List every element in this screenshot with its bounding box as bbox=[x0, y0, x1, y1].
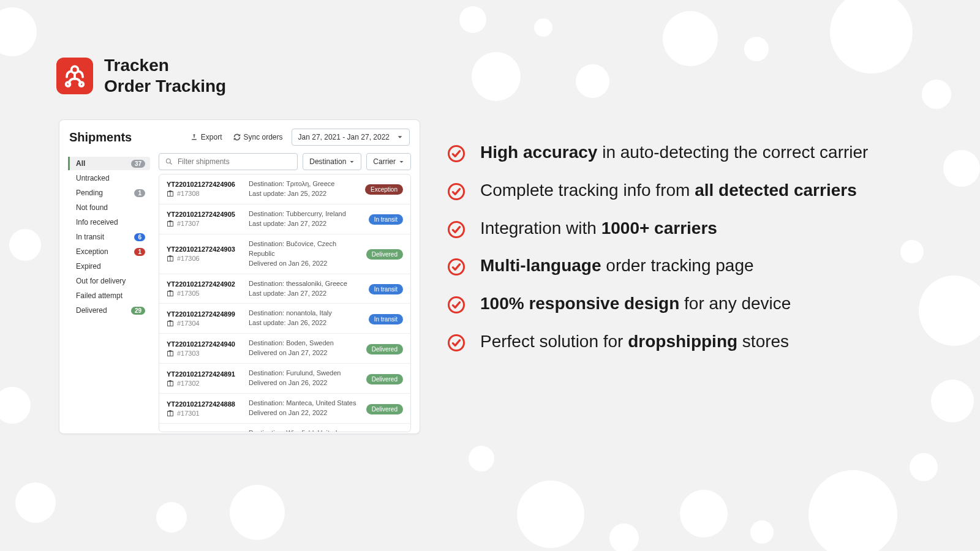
status-badge: Delivered bbox=[366, 374, 403, 384]
sync-icon bbox=[233, 133, 241, 141]
package-icon bbox=[167, 190, 174, 197]
sidebar-item-not-found[interactable]: Not found bbox=[68, 201, 150, 214]
shipment-detail: Destination: Furulund, SwedenDelivered o… bbox=[249, 369, 356, 388]
package-icon bbox=[167, 320, 174, 327]
sidebar-item-exception[interactable]: Exception1 bbox=[68, 245, 150, 258]
check-circle-icon bbox=[447, 334, 466, 352]
package-icon bbox=[167, 410, 174, 417]
feature-text: 100% responsive design for any device bbox=[480, 292, 791, 315]
shipment-detail: Destination: Bučovice, Czech RepublicDel… bbox=[249, 239, 356, 269]
sidebar-item-all[interactable]: All37 bbox=[68, 157, 150, 170]
check-circle-icon bbox=[447, 182, 466, 201]
search-input[interactable] bbox=[178, 157, 291, 166]
sidebar-item-label: Info received bbox=[76, 218, 118, 227]
sidebar-item-label: All bbox=[76, 159, 85, 168]
sidebar-item-count: 37 bbox=[131, 160, 145, 168]
order-number: #17307 bbox=[167, 220, 239, 227]
destination-filter-label: Destination bbox=[309, 157, 346, 166]
feature-item: Multi-language order tracking page bbox=[447, 254, 925, 277]
order-number: #17308 bbox=[167, 190, 239, 197]
shipment-row[interactable]: YT2201021272424906#17308Destination: Τρι… bbox=[159, 174, 410, 204]
tracking-number: YT2201021272424902 bbox=[167, 280, 239, 288]
package-icon bbox=[167, 380, 174, 387]
export-button[interactable]: Export bbox=[188, 129, 225, 145]
carrier-filter[interactable]: Carrier bbox=[366, 153, 411, 170]
sidebar-item-label: Pending bbox=[76, 189, 103, 197]
sidebar-item-count: 1 bbox=[134, 248, 145, 256]
shipment-row[interactable]: YT2201021272424884#17300Destination: Win… bbox=[159, 424, 410, 432]
shipment-detail: Destination: Manteca, United StatesDeliv… bbox=[249, 399, 356, 418]
sidebar-item-label: Expired bbox=[76, 262, 101, 271]
tracking-number: YT2201021272424888 bbox=[167, 400, 239, 408]
brand-title: Tracken Order Tracking bbox=[104, 55, 226, 96]
shipment-row[interactable]: YT2201021272424891#17302Destination: Fur… bbox=[159, 364, 410, 394]
sync-button[interactable]: Sync orders bbox=[231, 129, 285, 145]
tracking-number: YT2201021272424899 bbox=[167, 310, 239, 318]
shipment-detail: Destination: Winnfield, United StatesDel… bbox=[249, 429, 356, 432]
brand-line1: Tracken bbox=[104, 55, 226, 76]
sidebar-item-label: Out for delivery bbox=[76, 277, 126, 285]
shipment-detail: Destination: thessaloniki, GreeceLast up… bbox=[249, 279, 359, 299]
order-number: #17304 bbox=[167, 320, 239, 327]
feature-text: Perfect solution for dropshipping stores bbox=[480, 330, 789, 353]
sidebar-item-label: In transit bbox=[76, 233, 104, 241]
shipment-row[interactable]: YT2201021272424903#17306Destination: Buč… bbox=[159, 234, 410, 274]
feature-item: Perfect solution for dropshipping stores bbox=[447, 330, 925, 353]
sidebar-item-count: 6 bbox=[134, 233, 145, 241]
shipment-row[interactable]: YT2201021272424905#17307Destination: Tub… bbox=[159, 204, 410, 234]
shipment-row[interactable]: YT2201021272424888#17301Destination: Man… bbox=[159, 394, 410, 424]
shipment-detail: Destination: nonantola, ItalyLast update… bbox=[249, 309, 359, 328]
check-circle-icon bbox=[447, 296, 466, 314]
brand-logo-icon bbox=[62, 63, 88, 89]
feature-text: Complete tracking info from all detected… bbox=[480, 179, 857, 202]
order-number: #17305 bbox=[167, 290, 239, 297]
tracking-number: YT2201021272424891 bbox=[167, 370, 239, 378]
status-badge: Delivered bbox=[366, 344, 403, 354]
export-icon bbox=[190, 133, 198, 141]
status-badge: Exception bbox=[365, 184, 403, 195]
sidebar-item-failed-attempt[interactable]: Failed attempt bbox=[68, 289, 150, 302]
feature-text: Multi-language order tracking page bbox=[480, 254, 754, 277]
status-badge: In transit bbox=[369, 314, 403, 324]
sidebar-item-expired[interactable]: Expired bbox=[68, 260, 150, 273]
tracking-number: YT2201021272424940 bbox=[167, 340, 239, 348]
sidebar-item-pending[interactable]: Pending1 bbox=[68, 186, 150, 200]
sidebar-item-in-transit[interactable]: In transit6 bbox=[68, 230, 150, 244]
sidebar-item-out-for-delivery[interactable]: Out for delivery bbox=[68, 274, 150, 288]
svg-point-2 bbox=[80, 82, 84, 86]
status-sidebar: All37UntrackedPending1Not foundInfo rece… bbox=[68, 153, 150, 432]
status-badge: In transit bbox=[369, 214, 403, 225]
shipment-row[interactable]: YT2201021272424902#17305Destination: the… bbox=[159, 274, 410, 304]
feature-text: Integration with 1000+ carriers bbox=[480, 217, 717, 240]
date-range-label: Jan 27, 2021 - Jan 27, 2022 bbox=[298, 133, 390, 141]
svg-point-3 bbox=[167, 159, 171, 163]
shipment-row[interactable]: YT2201021272424899#17304Destination: non… bbox=[159, 304, 410, 334]
search-icon bbox=[165, 158, 173, 165]
check-circle-icon bbox=[447, 144, 466, 163]
shipments-list: YT2201021272424906#17308Destination: Τρι… bbox=[159, 174, 411, 432]
search-input-wrapper[interactable] bbox=[159, 153, 298, 170]
order-number: #17301 bbox=[167, 410, 239, 417]
sidebar-item-untracked[interactable]: Untracked bbox=[68, 171, 150, 185]
tracking-number: YT2201021272424905 bbox=[167, 211, 239, 218]
date-range-picker[interactable]: Jan 27, 2021 - Jan 27, 2022 bbox=[292, 129, 410, 146]
chevron-down-icon bbox=[397, 134, 403, 140]
shipments-card: Shipments Export Sync orders Jan 27, 202… bbox=[59, 119, 420, 434]
sidebar-item-info-received[interactable]: Info received bbox=[68, 216, 150, 229]
order-number: #17306 bbox=[167, 255, 239, 262]
destination-filter[interactable]: Destination bbox=[303, 153, 361, 170]
shipment-row[interactable]: YT2201021272424940#17303Destination: Bod… bbox=[159, 334, 410, 364]
brand-line2: Order Tracking bbox=[104, 76, 226, 97]
order-number: #17302 bbox=[167, 380, 239, 387]
sidebar-item-delivered[interactable]: Delivered29 bbox=[68, 304, 150, 317]
brand-logo bbox=[56, 58, 93, 94]
order-number: #17303 bbox=[167, 350, 239, 357]
feature-item: 100% responsive design for any device bbox=[447, 292, 925, 315]
shipment-detail: Destination: Boden, SwedenDelivered on J… bbox=[249, 339, 356, 358]
tracking-number: YT2201021272424906 bbox=[167, 181, 239, 188]
svg-point-1 bbox=[66, 82, 70, 86]
tracking-number: YT2201021272424903 bbox=[167, 246, 239, 253]
sidebar-item-label: Delivered bbox=[76, 306, 107, 315]
shipment-detail: Destination: Τριτολη, GreeceLast update:… bbox=[249, 179, 355, 199]
feature-item: High accuracy in auto-detecting the corr… bbox=[447, 141, 925, 164]
